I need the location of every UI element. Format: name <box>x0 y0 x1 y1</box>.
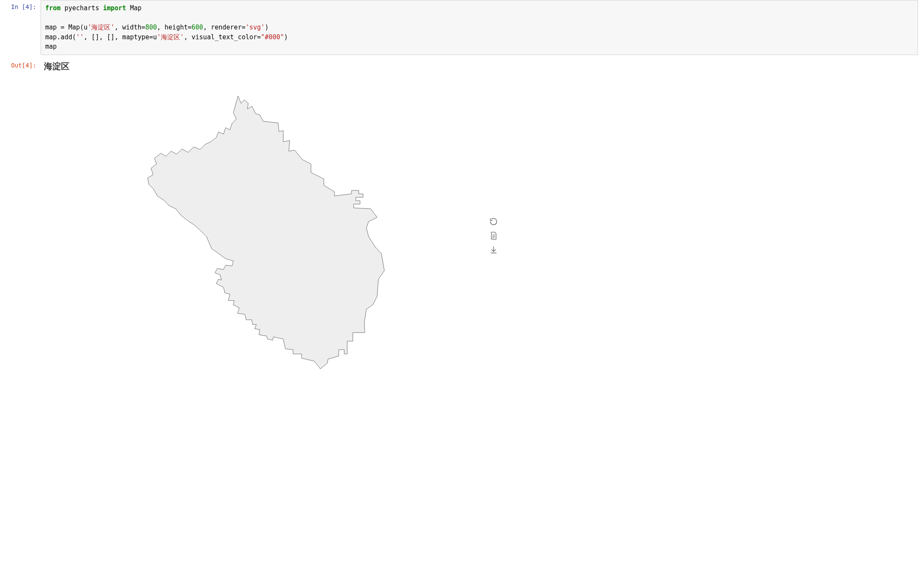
map-container <box>41 74 493 373</box>
map-title: 海淀区 <box>44 61 924 72</box>
map-region-shape <box>148 96 384 369</box>
download-icon[interactable] <box>489 245 498 254</box>
restore-icon[interactable] <box>489 217 498 226</box>
code-line-4: map <box>45 42 913 52</box>
code-input-area[interactable]: from pyecharts import Map map = Map(u'海淀… <box>41 0 918 55</box>
output-area: 海淀区 <box>41 58 924 373</box>
in-prompt: In [4]: <box>0 0 41 55</box>
input-cell: In [4]: from pyecharts import Map map = … <box>0 0 924 55</box>
map-svg <box>140 96 392 369</box>
code-line-1: from pyecharts import Map <box>45 3 913 13</box>
code-line-blank <box>45 13 913 23</box>
out-prompt: Out[4]: <box>0 58 41 373</box>
output-cell: Out[4]: 海淀区 <box>0 58 924 373</box>
data-view-icon[interactable] <box>489 231 498 240</box>
code-line-3: map.add('', [], [], maptype=u'海淀区', visu… <box>45 32 913 42</box>
map-toolbox <box>489 217 498 254</box>
code-line-2: map = Map(u'海淀区', width=800, height=600,… <box>45 23 913 32</box>
